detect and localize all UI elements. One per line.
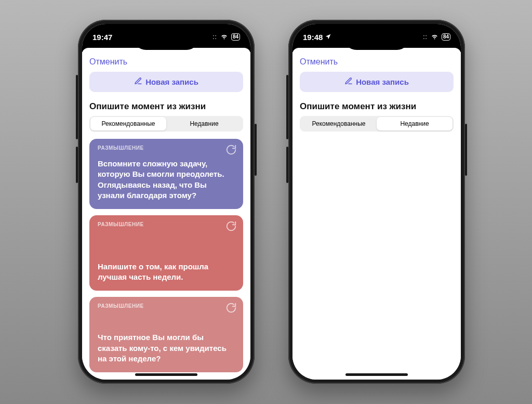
device-mockup-stage: 19:47 :: 84 Отменить <box>0 0 532 404</box>
card-category-label: РАЗМЫШЛЕНИЕ <box>98 303 144 309</box>
cancel-button[interactable]: Отменить <box>89 54 127 72</box>
iphone-mockup-right: 19:48 :: 84 Отменить <box>288 20 465 384</box>
modal-header: Отменить Новая запись <box>292 48 461 92</box>
section-title: Опишите момент из жизни <box>82 92 250 116</box>
screen: 19:48 :: 84 Отменить <box>292 24 461 380</box>
status-time: 19:48 <box>303 33 331 42</box>
cancel-button[interactable]: Отменить <box>300 54 338 72</box>
tab-segmented-control: Рекомендованные Недавние <box>89 116 243 132</box>
card-question-text: Вспомните сложную задачу, которую Вы смо… <box>98 159 235 201</box>
status-icons: :: 84 <box>212 32 240 42</box>
prompt-card[interactable]: РАЗМЫШЛЕНИЕ Вспомните сложную задачу, ко… <box>89 139 243 209</box>
new-entry-label: Новая запись <box>356 77 409 86</box>
refresh-icon[interactable] <box>225 302 237 314</box>
compose-icon <box>344 77 353 87</box>
tab-recommended[interactable]: Рекомендованные <box>90 117 166 131</box>
screen: 19:47 :: 84 Отменить <box>82 24 250 380</box>
compose-modal: Отменить Новая запись Опишите момент из … <box>82 48 250 380</box>
location-icon <box>325 33 331 42</box>
refresh-icon[interactable] <box>225 144 237 155</box>
status-icons: :: 84 <box>423 32 450 42</box>
prompt-cards-list: РАЗМЫШЛЕНИЕ Вспомните сложную задачу, ко… <box>82 132 250 372</box>
card-category-label: РАЗМЫШЛЕНИЕ <box>98 145 144 151</box>
iphone-mockup-left: 19:47 :: 84 Отменить <box>78 20 255 384</box>
refresh-icon[interactable] <box>225 220 237 232</box>
prompt-cards-list-empty <box>292 132 461 139</box>
wifi-icon <box>220 32 228 42</box>
dynamic-island <box>138 29 195 46</box>
prompt-card[interactable]: РАЗМЫШЛЕНИЕ Напишите о том, как прошла л… <box>89 215 243 291</box>
cellular-icon: :: <box>423 33 428 41</box>
new-entry-button[interactable]: Новая запись <box>89 72 243 92</box>
clock-label: 19:47 <box>92 33 112 42</box>
tab-recent[interactable]: Недавние <box>377 117 453 131</box>
tab-recommended[interactable]: Рекомендованные <box>301 117 377 131</box>
dynamic-island <box>348 29 405 46</box>
status-time: 19:47 <box>92 33 112 42</box>
card-question-text: Что приятное Вы могли бы сказать кому-то… <box>98 332 235 364</box>
tab-segmented-control: Рекомендованные Недавние <box>300 116 454 132</box>
tab-recent[interactable]: Недавние <box>166 117 242 131</box>
prompt-card[interactable]: РАЗМЫШЛЕНИЕ Что приятное Вы могли бы ска… <box>89 297 243 372</box>
battery-indicator: 84 <box>231 33 240 41</box>
modal-header: Отменить Новая запись <box>82 48 250 92</box>
compose-modal: Отменить Новая запись Опишите момент из … <box>292 48 461 380</box>
section-title: Опишите момент из жизни <box>292 92 461 116</box>
card-question-text: Напишите о том, как прошла лучшая часть … <box>98 262 235 283</box>
battery-indicator: 84 <box>442 33 450 41</box>
clock-label: 19:48 <box>303 33 323 42</box>
new-entry-label: Новая запись <box>145 77 198 86</box>
new-entry-button[interactable]: Новая запись <box>300 72 454 92</box>
card-category-label: РАЗМЫШЛЕНИЕ <box>98 221 144 227</box>
home-indicator[interactable] <box>345 373 408 376</box>
cellular-icon: :: <box>212 33 217 41</box>
compose-icon <box>134 77 142 87</box>
wifi-icon <box>431 32 438 42</box>
home-indicator[interactable] <box>135 373 197 376</box>
